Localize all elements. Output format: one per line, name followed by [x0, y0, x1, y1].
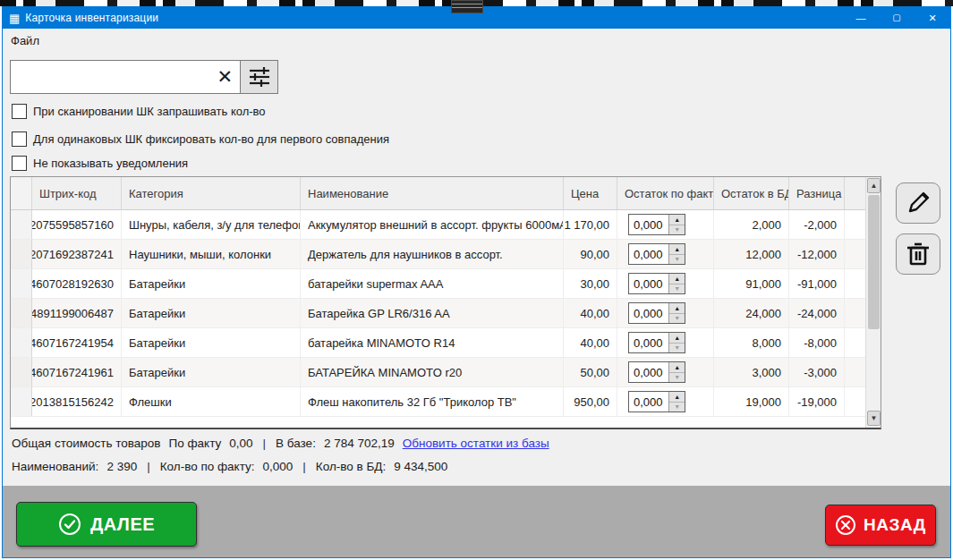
diff-cell[interactable]: -12,000	[789, 240, 845, 269]
table-row[interactable]: 2013815156242 Флешки Флеш накопитель 32 …	[11, 387, 881, 417]
row-selector-cell[interactable]	[11, 328, 32, 358]
diff-cell[interactable]: -91,000	[789, 269, 845, 299]
header-category[interactable]: Категория	[122, 177, 301, 210]
table-row[interactable]: 2075595857160 Шнуры, кабеля, з/у для тел…	[11, 210, 881, 240]
category-cell[interactable]: Батарейки	[122, 358, 301, 387]
stepper-down-icon[interactable]: ▼	[669, 284, 685, 294]
diff-cell[interactable]: -19,000	[789, 387, 845, 417]
refresh-stock-link[interactable]: Обновить остатки из базы	[403, 437, 549, 450]
diff-cell[interactable]: -24,000	[789, 299, 845, 328]
stepper-down-icon[interactable]: ▼	[669, 314, 685, 324]
stepper-down-icon[interactable]: ▼	[669, 344, 685, 353]
category-cell[interactable]: Батарейки	[122, 299, 301, 328]
db-stock-cell[interactable]: 91,000	[714, 269, 789, 299]
name-cell[interactable]: Флеш накопитель 32 Гб "Триколор ТВ"	[301, 387, 564, 417]
db-stock-cell[interactable]: 8,000	[714, 328, 789, 358]
name-cell[interactable]: БАТАРЕЙКА MINAMOTO r20	[301, 358, 564, 387]
name-cell[interactable]: батарейки supermax AAA	[301, 269, 564, 299]
header-fact[interactable]: Остаток по факту	[617, 177, 714, 210]
price-cell[interactable]: 30,00	[564, 269, 617, 299]
fact-quantity-value[interactable]: 0,000	[629, 215, 668, 234]
name-cell[interactable]: Батарейка GP LR6/316 AA	[301, 299, 564, 328]
row-selector-cell[interactable]	[11, 358, 32, 387]
category-cell[interactable]: Батарейки	[122, 328, 301, 358]
fact-quantity-stepper[interactable]: 0,000 ▲ ▼	[628, 273, 685, 294]
header-price[interactable]: Цена	[564, 177, 617, 210]
price-cell[interactable]: 40,00	[564, 299, 617, 328]
stepper-up-icon[interactable]: ▲	[669, 244, 685, 255]
price-cell[interactable]: 1 170,00	[564, 210, 617, 240]
barcode-cell[interactable]: 4607167241954	[32, 328, 122, 358]
search-input[interactable]	[14, 63, 208, 91]
fact-quantity-stepper[interactable]: 0,000 ▲ ▼	[628, 302, 685, 324]
stepper-down-icon[interactable]: ▼	[669, 255, 685, 265]
category-cell[interactable]: Батарейки	[122, 269, 301, 299]
checkbox-row-ask-qty[interactable]: При сканировании ШК запрашивать кол-во	[12, 103, 266, 119]
checkbox-ask-qty[interactable]	[12, 104, 27, 119]
fact-quantity-stepper[interactable]: 0,000 ▲ ▼	[628, 214, 685, 235]
category-cell[interactable]: Флешки	[122, 387, 301, 417]
table-row[interactable]: 4607167241961 Батарейки БАТАРЕЙКА MINAMO…	[11, 358, 881, 387]
filter-button[interactable]	[241, 60, 278, 94]
row-selector-cell[interactable]	[11, 387, 32, 417]
stepper-up-icon[interactable]: ▲	[669, 333, 685, 344]
checkbox-no-notify[interactable]	[12, 156, 27, 171]
stepper-up-icon[interactable]: ▲	[669, 215, 685, 225]
fact-quantity-value[interactable]: 0,000	[629, 274, 668, 293]
stepper-down-icon[interactable]: ▼	[669, 403, 685, 412]
barcode-cell[interactable]: 4607167241961	[32, 358, 122, 387]
stepper-up-icon[interactable]: ▲	[669, 392, 685, 403]
fact-quantity-value[interactable]: 0,000	[629, 244, 668, 264]
row-selector-cell[interactable]	[11, 299, 32, 328]
table-row[interactable]: 2071692387241 Наушники, мыши, колонки Де…	[11, 240, 881, 269]
db-stock-cell[interactable]: 3,000	[714, 358, 789, 387]
row-selector-cell[interactable]	[11, 210, 32, 240]
stepper-down-icon[interactable]: ▼	[669, 373, 685, 383]
edit-button[interactable]	[896, 182, 940, 224]
table-row[interactable]: 4607028192630 Батарейки батарейки superm…	[11, 269, 881, 299]
menu-file[interactable]: Файл	[3, 29, 47, 52]
barcode-cell[interactable]: 4607028192630	[32, 269, 122, 299]
clear-search-icon[interactable]: ✕	[217, 64, 233, 89]
diff-cell[interactable]: -2,000	[789, 210, 845, 240]
fact-quantity-stepper[interactable]: 0,000 ▲ ▼	[628, 361, 685, 383]
table-row[interactable]: 4891199006487 Батарейки Батарейка GP LR6…	[11, 299, 881, 328]
fact-quantity-stepper[interactable]: 0,000 ▲ ▼	[628, 243, 685, 265]
db-stock-cell[interactable]: 19,000	[714, 387, 789, 417]
stepper-up-icon[interactable]: ▲	[669, 274, 685, 284]
fact-quantity-value[interactable]: 0,000	[629, 333, 668, 352]
fact-quantity-stepper[interactable]: 0,000 ▲ ▼	[628, 332, 685, 353]
scroll-thumb[interactable]	[868, 195, 880, 329]
db-stock-cell[interactable]: 2,000	[714, 210, 789, 240]
db-stock-cell[interactable]: 12,000	[714, 240, 789, 269]
header-diff[interactable]: Разница	[789, 177, 845, 210]
scroll-up-button[interactable]: ▲	[867, 178, 881, 193]
fact-quantity-value[interactable]: 0,000	[629, 392, 668, 412]
price-cell[interactable]: 50,00	[564, 358, 617, 387]
back-button[interactable]: НАЗАД	[825, 505, 936, 546]
header-db[interactable]: Остаток в БД	[714, 177, 789, 210]
header-barcode[interactable]: Штрих-код	[32, 177, 122, 210]
close-button[interactable]: ✕	[915, 7, 950, 29]
db-stock-cell[interactable]: 24,000	[714, 299, 789, 328]
minimize-button[interactable]: —	[843, 7, 879, 29]
header-name[interactable]: Наименование	[301, 177, 564, 210]
category-cell[interactable]: Шнуры, кабеля, з/у для телефонов	[122, 210, 301, 240]
stepper-up-icon[interactable]: ▲	[669, 362, 685, 373]
table-scrollbar[interactable]: ▲ ▼	[865, 177, 881, 428]
category-cell[interactable]: Наушники, мыши, колонки	[122, 240, 301, 269]
table-row[interactable]: 4607167241954 Батарейки батарейка MINAMO…	[11, 328, 881, 358]
price-cell[interactable]: 950,00	[564, 387, 617, 417]
name-cell[interactable]: Аккумулятор внешний в ассорт. фрукты 600…	[301, 210, 564, 240]
stepper-up-icon[interactable]: ▲	[669, 303, 685, 314]
price-cell[interactable]: 40,00	[564, 328, 617, 358]
diff-cell[interactable]: -8,000	[789, 328, 845, 358]
row-selector-cell[interactable]	[11, 240, 32, 269]
barcode-cell[interactable]: 4891199006487	[32, 299, 122, 328]
checkbox-row-fix-qty[interactable]: Для одинаковых ШК фиксировать кол-во для…	[12, 131, 389, 147]
checkbox-fix-qty[interactable]	[12, 132, 27, 147]
stepper-down-icon[interactable]: ▼	[669, 225, 685, 235]
barcode-cell[interactable]: 2013815156242	[32, 387, 122, 417]
delete-button[interactable]	[896, 233, 940, 275]
barcode-cell[interactable]: 2071692387241	[32, 240, 122, 269]
